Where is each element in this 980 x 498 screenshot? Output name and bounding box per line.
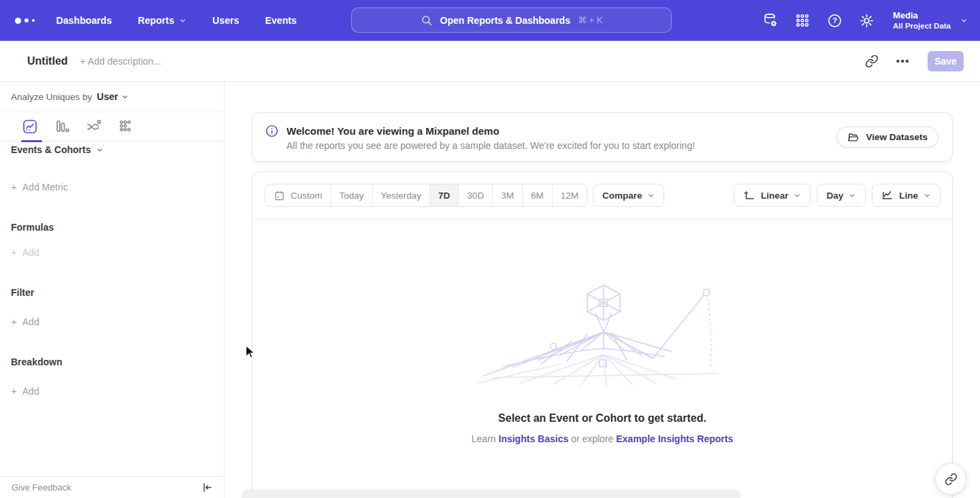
scale-dropdown[interactable]: Linear bbox=[734, 184, 811, 207]
date-range-6m[interactable]: 6M bbox=[522, 184, 552, 206]
apps-grid-icon[interactable] bbox=[794, 12, 811, 29]
insights-basics-link[interactable]: Insights Basics bbox=[499, 433, 569, 444]
date-range-12m[interactable]: 12M bbox=[552, 184, 587, 206]
nav-item-dashboards[interactable]: Dashboards bbox=[56, 15, 112, 26]
report-header-actions: ••• Save bbox=[865, 51, 964, 71]
add-formula-button[interactable]: + Add bbox=[11, 246, 39, 258]
filter-section-header: Filter bbox=[11, 287, 34, 298]
question-glyph: ? bbox=[832, 16, 837, 24]
analyze-label: Analyze Uniques by bbox=[11, 92, 92, 102]
search-placeholder: Open Reports & Dashboards bbox=[440, 15, 570, 26]
chevron-down-icon bbox=[849, 192, 856, 199]
report-controls: Custom Today Yesterday 7D 30D 3M 6M 12M … bbox=[252, 172, 952, 219]
date-range-custom[interactable]: Custom bbox=[265, 184, 331, 206]
tab-scatter[interactable] bbox=[118, 118, 134, 135]
date-range-segmented-control: Custom Today Yesterday 7D 30D 3M 6M 12M bbox=[265, 184, 587, 207]
empty-state-subtitle: Learn Insights Basics or explore Example… bbox=[252, 433, 952, 444]
collapse-sidebar-icon[interactable] bbox=[201, 482, 212, 493]
date-range-today[interactable]: Today bbox=[331, 184, 372, 206]
logo-dot bbox=[32, 19, 35, 22]
empty-state-illustration bbox=[473, 281, 732, 386]
project-switcher[interactable]: Media All Project Data bbox=[893, 10, 968, 31]
search-shortcut: ⌘ + K bbox=[578, 15, 603, 25]
report-description-placeholder[interactable]: + Add description... bbox=[80, 56, 161, 67]
next-section-sheet bbox=[242, 490, 740, 498]
search-icon bbox=[421, 14, 433, 27]
help-icon[interactable]: ? bbox=[826, 12, 843, 29]
chevron-down-icon bbox=[794, 192, 801, 199]
plus-icon: + bbox=[11, 316, 17, 327]
empty-state: Select an Event or Cohort to get started… bbox=[252, 281, 952, 444]
nav-item-events[interactable]: Events bbox=[265, 15, 297, 26]
chevron-down-icon bbox=[924, 192, 931, 199]
tab-active-indicator bbox=[21, 140, 42, 142]
plus-icon: + bbox=[11, 385, 17, 397]
mixpanel-logo[interactable] bbox=[15, 18, 35, 24]
chevron-down-icon bbox=[647, 192, 655, 199]
line-chart-icon bbox=[881, 189, 894, 201]
compare-dropdown[interactable]: Compare bbox=[593, 184, 665, 207]
calendar-icon bbox=[274, 190, 285, 201]
chevron-down-icon bbox=[179, 17, 186, 24]
chevron-down-icon bbox=[121, 93, 129, 101]
link-icon bbox=[945, 473, 958, 486]
welcome-banner: Welcome! You are viewing a Mixpanel demo… bbox=[252, 112, 953, 162]
project-scope: All Project Data bbox=[893, 21, 951, 31]
analyze-value-dropdown[interactable]: User bbox=[97, 91, 129, 102]
tab-insights-line-chart[interactable] bbox=[22, 118, 38, 135]
add-filter-button[interactable]: + Add bbox=[11, 316, 39, 327]
folder-icon bbox=[847, 132, 860, 142]
insights-report-card: Custom Today Yesterday 7D 30D 3M 6M 12M … bbox=[252, 171, 953, 498]
info-icon bbox=[265, 124, 279, 138]
view-datasets-button[interactable]: View Datasets bbox=[836, 127, 938, 148]
example-insights-reports-link[interactable]: Example Insights Reports bbox=[616, 433, 733, 444]
floating-copy-link-button[interactable] bbox=[935, 463, 966, 495]
events-cohorts-section-header[interactable]: Events & Cohorts bbox=[11, 144, 103, 155]
add-metric-button[interactable]: + Add Metric bbox=[11, 181, 68, 193]
date-range-30d[interactable]: 30D bbox=[458, 184, 492, 206]
add-breakdown-button[interactable]: + Add bbox=[11, 385, 39, 397]
nav-item-users[interactable]: Users bbox=[212, 15, 239, 26]
empty-state-title: Select an Event or Cohort to get started… bbox=[252, 412, 952, 425]
plus-icon: + bbox=[11, 181, 17, 193]
query-sidebar: Analyze Uniques by User Events bbox=[0, 82, 225, 498]
main-content: Welcome! You are viewing a Mixpanel demo… bbox=[225, 82, 980, 498]
chart-type-dropdown[interactable]: Line bbox=[872, 184, 941, 207]
date-range-7d-selected[interactable]: 7D bbox=[429, 184, 458, 206]
banner-subtitle: All the reports you see are powered by a… bbox=[287, 140, 695, 151]
settings-gear-icon[interactable] bbox=[858, 12, 875, 29]
global-search-bar[interactable]: Open Reports & Dashboards ⌘ + K bbox=[351, 7, 672, 33]
interval-dropdown[interactable]: Day bbox=[817, 184, 866, 207]
tab-flows[interactable] bbox=[86, 118, 102, 135]
date-controls: Custom Today Yesterday 7D 30D 3M 6M 12M … bbox=[265, 184, 664, 207]
nav-items: Dashboards Reports Users Events bbox=[56, 15, 297, 26]
give-feedback-link[interactable]: Give Feedback bbox=[12, 482, 71, 493]
more-menu-button[interactable]: ••• bbox=[896, 55, 910, 67]
report-title[interactable]: Untitled bbox=[27, 55, 68, 67]
logo-dot bbox=[15, 18, 21, 24]
sidebar-footer: Give Feedback bbox=[0, 476, 224, 498]
chevron-down-icon bbox=[96, 146, 103, 154]
date-range-yesterday[interactable]: Yesterday bbox=[372, 184, 430, 206]
banner-texts: Welcome! You are viewing a Mixpanel demo… bbox=[287, 124, 695, 151]
data-management-icon[interactable] bbox=[762, 12, 779, 29]
logo-dot bbox=[24, 18, 29, 22]
analyze-uniques-row: Analyze Uniques by User bbox=[0, 82, 224, 112]
project-name: Media bbox=[893, 10, 951, 21]
top-nav: Dashboards Reports Users Events Open Rep… bbox=[0, 0, 980, 41]
plus-icon: + bbox=[11, 246, 17, 258]
formulas-section-header: Formulas bbox=[11, 222, 54, 233]
save-button[interactable]: Save bbox=[928, 51, 964, 71]
chevron-down-icon bbox=[960, 17, 968, 24]
date-range-3m[interactable]: 3M bbox=[492, 184, 522, 206]
banner-title: Welcome! You are viewing a Mixpanel demo bbox=[287, 125, 695, 137]
axis-linear-icon bbox=[743, 189, 755, 201]
mixpanel-insights-page: { "nav": { "items": [ { "label": "Dashbo… bbox=[0, 0, 980, 498]
copy-link-icon[interactable] bbox=[865, 54, 879, 68]
chart-display-controls: Linear Day Line bbox=[734, 184, 941, 207]
breakdown-section-header: Breakdown bbox=[11, 356, 62, 367]
nav-item-reports[interactable]: Reports bbox=[137, 15, 186, 26]
tab-bar-chart[interactable] bbox=[54, 118, 70, 135]
nav-right: ? Media All Project Data bbox=[762, 10, 968, 31]
visualization-tabs bbox=[0, 112, 224, 142]
